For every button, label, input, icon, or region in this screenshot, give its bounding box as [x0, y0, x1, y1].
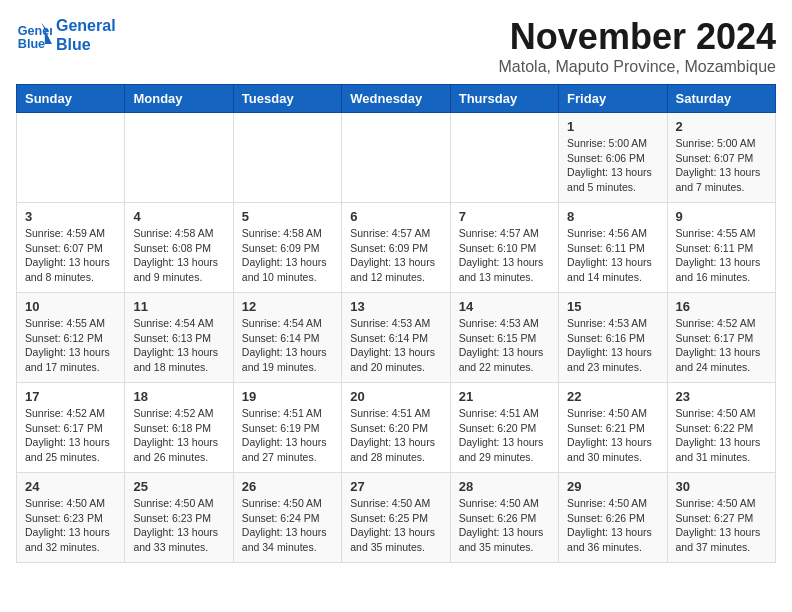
header-cell-wednesday: Wednesday	[342, 85, 450, 113]
header-cell-saturday: Saturday	[667, 85, 775, 113]
day-number: 24	[25, 479, 116, 494]
day-cell: 11Sunrise: 4:54 AM Sunset: 6:13 PM Dayli…	[125, 293, 233, 383]
header-cell-thursday: Thursday	[450, 85, 558, 113]
calendar-subtitle: Matola, Maputo Province, Mozambique	[499, 58, 776, 76]
day-cell: 18Sunrise: 4:52 AM Sunset: 6:18 PM Dayli…	[125, 383, 233, 473]
day-cell	[450, 113, 558, 203]
day-number: 19	[242, 389, 333, 404]
day-info: Sunrise: 4:55 AM Sunset: 6:12 PM Dayligh…	[25, 316, 116, 375]
day-cell: 14Sunrise: 4:53 AM Sunset: 6:15 PM Dayli…	[450, 293, 558, 383]
day-info: Sunrise: 4:52 AM Sunset: 6:18 PM Dayligh…	[133, 406, 224, 465]
day-number: 25	[133, 479, 224, 494]
day-cell: 8Sunrise: 4:56 AM Sunset: 6:11 PM Daylig…	[559, 203, 667, 293]
day-number: 16	[676, 299, 767, 314]
title-block: November 2024 Matola, Maputo Province, M…	[499, 16, 776, 76]
day-number: 26	[242, 479, 333, 494]
day-cell	[342, 113, 450, 203]
day-number: 8	[567, 209, 658, 224]
header-cell-monday: Monday	[125, 85, 233, 113]
day-cell: 10Sunrise: 4:55 AM Sunset: 6:12 PM Dayli…	[17, 293, 125, 383]
calendar-body: 1Sunrise: 5:00 AM Sunset: 6:06 PM Daylig…	[17, 113, 776, 563]
day-cell: 12Sunrise: 4:54 AM Sunset: 6:14 PM Dayli…	[233, 293, 341, 383]
header-cell-friday: Friday	[559, 85, 667, 113]
day-info: Sunrise: 4:55 AM Sunset: 6:11 PM Dayligh…	[676, 226, 767, 285]
day-info: Sunrise: 4:58 AM Sunset: 6:08 PM Dayligh…	[133, 226, 224, 285]
day-cell: 25Sunrise: 4:50 AM Sunset: 6:23 PM Dayli…	[125, 473, 233, 563]
day-cell	[125, 113, 233, 203]
header-cell-sunday: Sunday	[17, 85, 125, 113]
day-number: 28	[459, 479, 550, 494]
day-cell: 21Sunrise: 4:51 AM Sunset: 6:20 PM Dayli…	[450, 383, 558, 473]
day-number: 29	[567, 479, 658, 494]
day-info: Sunrise: 4:50 AM Sunset: 6:25 PM Dayligh…	[350, 496, 441, 555]
day-info: Sunrise: 4:53 AM Sunset: 6:14 PM Dayligh…	[350, 316, 441, 375]
day-number: 3	[25, 209, 116, 224]
day-cell: 1Sunrise: 5:00 AM Sunset: 6:06 PM Daylig…	[559, 113, 667, 203]
day-number: 4	[133, 209, 224, 224]
logo-icon: General Blue	[16, 17, 52, 53]
day-number: 14	[459, 299, 550, 314]
day-cell: 23Sunrise: 4:50 AM Sunset: 6:22 PM Dayli…	[667, 383, 775, 473]
day-cell: 7Sunrise: 4:57 AM Sunset: 6:10 PM Daylig…	[450, 203, 558, 293]
day-cell: 17Sunrise: 4:52 AM Sunset: 6:17 PM Dayli…	[17, 383, 125, 473]
day-cell: 16Sunrise: 4:52 AM Sunset: 6:17 PM Dayli…	[667, 293, 775, 383]
week-row-4: 17Sunrise: 4:52 AM Sunset: 6:17 PM Dayli…	[17, 383, 776, 473]
day-number: 10	[25, 299, 116, 314]
logo: General Blue General Blue	[16, 16, 116, 54]
week-row-3: 10Sunrise: 4:55 AM Sunset: 6:12 PM Dayli…	[17, 293, 776, 383]
day-number: 30	[676, 479, 767, 494]
day-cell: 19Sunrise: 4:51 AM Sunset: 6:19 PM Dayli…	[233, 383, 341, 473]
day-info: Sunrise: 4:54 AM Sunset: 6:14 PM Dayligh…	[242, 316, 333, 375]
day-cell: 9Sunrise: 4:55 AM Sunset: 6:11 PM Daylig…	[667, 203, 775, 293]
day-number: 11	[133, 299, 224, 314]
calendar-title: November 2024	[499, 16, 776, 58]
day-info: Sunrise: 4:58 AM Sunset: 6:09 PM Dayligh…	[242, 226, 333, 285]
day-info: Sunrise: 4:50 AM Sunset: 6:26 PM Dayligh…	[459, 496, 550, 555]
day-info: Sunrise: 4:50 AM Sunset: 6:21 PM Dayligh…	[567, 406, 658, 465]
header-cell-tuesday: Tuesday	[233, 85, 341, 113]
day-cell: 3Sunrise: 4:59 AM Sunset: 6:07 PM Daylig…	[17, 203, 125, 293]
day-cell: 20Sunrise: 4:51 AM Sunset: 6:20 PM Dayli…	[342, 383, 450, 473]
day-number: 23	[676, 389, 767, 404]
day-cell: 29Sunrise: 4:50 AM Sunset: 6:26 PM Dayli…	[559, 473, 667, 563]
day-info: Sunrise: 5:00 AM Sunset: 6:06 PM Dayligh…	[567, 136, 658, 195]
day-number: 20	[350, 389, 441, 404]
day-number: 2	[676, 119, 767, 134]
day-info: Sunrise: 4:59 AM Sunset: 6:07 PM Dayligh…	[25, 226, 116, 285]
logo-line2: Blue	[56, 35, 116, 54]
calendar-header: SundayMondayTuesdayWednesdayThursdayFrid…	[17, 85, 776, 113]
day-info: Sunrise: 4:57 AM Sunset: 6:09 PM Dayligh…	[350, 226, 441, 285]
day-cell: 22Sunrise: 4:50 AM Sunset: 6:21 PM Dayli…	[559, 383, 667, 473]
day-info: Sunrise: 4:53 AM Sunset: 6:15 PM Dayligh…	[459, 316, 550, 375]
day-number: 22	[567, 389, 658, 404]
day-number: 7	[459, 209, 550, 224]
day-info: Sunrise: 4:51 AM Sunset: 6:20 PM Dayligh…	[459, 406, 550, 465]
day-info: Sunrise: 4:54 AM Sunset: 6:13 PM Dayligh…	[133, 316, 224, 375]
day-info: Sunrise: 4:50 AM Sunset: 6:24 PM Dayligh…	[242, 496, 333, 555]
day-info: Sunrise: 4:50 AM Sunset: 6:26 PM Dayligh…	[567, 496, 658, 555]
day-cell: 26Sunrise: 4:50 AM Sunset: 6:24 PM Dayli…	[233, 473, 341, 563]
day-number: 13	[350, 299, 441, 314]
day-info: Sunrise: 4:50 AM Sunset: 6:23 PM Dayligh…	[133, 496, 224, 555]
calendar-table: SundayMondayTuesdayWednesdayThursdayFrid…	[16, 84, 776, 563]
day-number: 18	[133, 389, 224, 404]
day-info: Sunrise: 4:53 AM Sunset: 6:16 PM Dayligh…	[567, 316, 658, 375]
day-cell	[17, 113, 125, 203]
day-number: 27	[350, 479, 441, 494]
day-number: 15	[567, 299, 658, 314]
day-number: 9	[676, 209, 767, 224]
day-info: Sunrise: 4:50 AM Sunset: 6:23 PM Dayligh…	[25, 496, 116, 555]
day-cell: 27Sunrise: 4:50 AM Sunset: 6:25 PM Dayli…	[342, 473, 450, 563]
day-cell: 2Sunrise: 5:00 AM Sunset: 6:07 PM Daylig…	[667, 113, 775, 203]
day-info: Sunrise: 4:52 AM Sunset: 6:17 PM Dayligh…	[25, 406, 116, 465]
day-cell: 6Sunrise: 4:57 AM Sunset: 6:09 PM Daylig…	[342, 203, 450, 293]
day-number: 17	[25, 389, 116, 404]
logo-line1: General	[56, 16, 116, 35]
day-info: Sunrise: 4:56 AM Sunset: 6:11 PM Dayligh…	[567, 226, 658, 285]
day-info: Sunrise: 5:00 AM Sunset: 6:07 PM Dayligh…	[676, 136, 767, 195]
day-cell: 13Sunrise: 4:53 AM Sunset: 6:14 PM Dayli…	[342, 293, 450, 383]
week-row-1: 1Sunrise: 5:00 AM Sunset: 6:06 PM Daylig…	[17, 113, 776, 203]
day-cell: 24Sunrise: 4:50 AM Sunset: 6:23 PM Dayli…	[17, 473, 125, 563]
day-cell: 30Sunrise: 4:50 AM Sunset: 6:27 PM Dayli…	[667, 473, 775, 563]
day-info: Sunrise: 4:57 AM Sunset: 6:10 PM Dayligh…	[459, 226, 550, 285]
